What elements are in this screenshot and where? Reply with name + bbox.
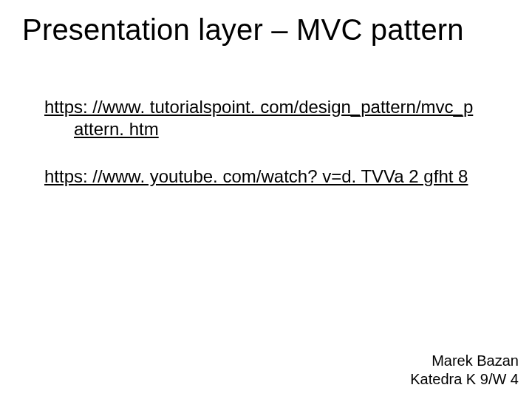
link-tutorialspoint-anchor[interactable]: https: //www. tutorialspoint. com/design… bbox=[44, 96, 488, 140]
footer-dept: Katedra K 9/W 4 bbox=[410, 370, 519, 389]
slide-title: Presentation layer – MVC pattern bbox=[22, 13, 510, 47]
link-youtube-anchor[interactable]: https: //www. youtube. com/watch? v=d. T… bbox=[44, 166, 468, 186]
link-youtube: https: //www. youtube. com/watch? v=d. T… bbox=[44, 166, 488, 188]
slide-body: https: //www. tutorialspoint. com/design… bbox=[44, 96, 488, 213]
link-text-line2: attern. htm bbox=[44, 118, 488, 140]
slide-footer: Marek Bazan Katedra K 9/W 4 bbox=[410, 352, 519, 389]
link-text-line1: https: //www. tutorialspoint. com/design… bbox=[44, 96, 488, 118]
link-text: https: //www. youtube. com/watch? v=d. T… bbox=[44, 166, 468, 186]
slide: Presentation layer – MVC pattern https: … bbox=[0, 0, 532, 399]
link-tutorialspoint: https: //www. tutorialspoint. com/design… bbox=[44, 96, 488, 140]
footer-author: Marek Bazan bbox=[410, 352, 519, 370]
